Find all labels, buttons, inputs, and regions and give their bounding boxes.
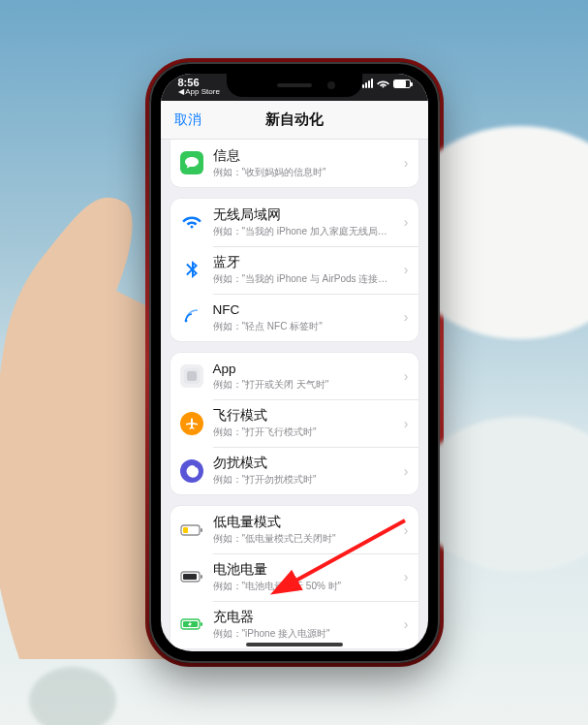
row-title: 充电器 bbox=[213, 610, 390, 626]
wifi-status-icon bbox=[377, 79, 389, 88]
dnd-icon bbox=[180, 459, 203, 483]
wifi-icon bbox=[180, 210, 203, 234]
row-message[interactable]: 信息 例如："收到妈妈的信息时" › bbox=[170, 140, 418, 187]
page-title: 新自动化 bbox=[265, 110, 324, 129]
trigger-group: 无线局域网 例如："当我的 iPhone 加入家庭无线局域网时" › 蓝牙 例如… bbox=[170, 199, 418, 341]
row-nfc[interactable]: NFC 例如："轻点 NFC 标签时" › bbox=[170, 294, 418, 341]
lowpower-icon bbox=[180, 519, 203, 542]
charger-icon bbox=[180, 613, 203, 636]
nav-header: 取消 新自动化 bbox=[161, 101, 428, 140]
row-subtitle: 例如："当我的 iPhone 加入家庭无线局域网时" bbox=[213, 225, 390, 237]
app-icon bbox=[180, 364, 203, 388]
row-title: 无线局域网 bbox=[213, 207, 390, 224]
row-dnd[interactable]: 勿扰模式 例如："打开勿扰模式时" › bbox=[170, 447, 418, 494]
row-subtitle: 例如："iPhone 接入电源时" bbox=[213, 627, 390, 640]
battery-icon bbox=[180, 565, 203, 588]
row-title: 勿扰模式 bbox=[213, 456, 390, 472]
phone-frame: 8:56 ◀ App Store 取消 新自动化 信息 bbox=[149, 62, 440, 663]
scroll-content[interactable]: 信息 例如："收到妈妈的信息时" › 无线局域网 例如："当我的 iPhone … bbox=[161, 140, 428, 651]
svg-rect-7 bbox=[201, 575, 202, 579]
row-subtitle: 例如："当我的 iPhone 与 AirPods 连接时" bbox=[213, 272, 390, 285]
row-airplane[interactable]: 飞行模式 例如："打开飞行模式时" › bbox=[170, 399, 418, 447]
phone-screen: 8:56 ◀ App Store 取消 新自动化 信息 bbox=[161, 74, 428, 651]
row-title: 蓝牙 bbox=[213, 255, 390, 271]
nfc-icon bbox=[180, 305, 203, 329]
row-subtitle: 例如："轻点 NFC 标签时" bbox=[213, 320, 390, 332]
battery-status-icon bbox=[393, 79, 411, 88]
trigger-group: 信息 例如："收到妈妈的信息时" › bbox=[170, 140, 418, 187]
row-lowpower[interactable]: 低电量模式 例如："低电量模式已关闭时" › bbox=[170, 506, 418, 553]
row-subtitle: 例如："电池电量低于 50% 时" bbox=[213, 580, 390, 592]
trigger-group: 低电量模式 例如："低电量模式已关闭时" › 电池电量 例如："电池电量低于 5… bbox=[170, 506, 418, 648]
chevron-right-icon: › bbox=[400, 214, 409, 230]
row-subtitle: 例如："打开或关闭 天气时" bbox=[213, 378, 390, 391]
svg-rect-10 bbox=[201, 622, 202, 626]
row-title: 信息 bbox=[213, 148, 390, 165]
cancel-button[interactable]: 取消 bbox=[174, 111, 201, 129]
row-title: 飞行模式 bbox=[213, 408, 390, 425]
chevron-right-icon: › bbox=[400, 616, 409, 632]
row-battery[interactable]: 电池电量 例如："电池电量低于 50% 时" › bbox=[170, 553, 418, 601]
svg-rect-2 bbox=[187, 371, 197, 381]
row-app[interactable]: App 例如："打开或关闭 天气时" › bbox=[170, 353, 418, 400]
row-subtitle: 例如："收到妈妈的信息时" bbox=[213, 166, 390, 178]
row-subtitle: 例如："打开勿扰模式时" bbox=[213, 473, 390, 486]
notch bbox=[227, 74, 362, 97]
row-subtitle: 例如："打开飞行模式时" bbox=[213, 426, 390, 438]
row-title: NFC bbox=[213, 302, 390, 319]
row-title: 电池电量 bbox=[213, 562, 390, 579]
signal-icon bbox=[362, 79, 373, 88]
message-icon bbox=[180, 151, 203, 174]
row-charger[interactable]: 充电器 例如："iPhone 接入电源时" › bbox=[170, 601, 418, 648]
row-wifi[interactable]: 无线局域网 例如："当我的 iPhone 加入家庭无线局域网时" › bbox=[170, 199, 418, 246]
chevron-right-icon: › bbox=[400, 569, 409, 584]
airplane-icon bbox=[180, 412, 203, 435]
svg-point-0 bbox=[184, 320, 187, 323]
home-indicator[interactable] bbox=[246, 643, 343, 646]
chevron-right-icon: › bbox=[400, 155, 409, 171]
svg-rect-4 bbox=[201, 528, 202, 532]
status-back-to-app[interactable]: ◀ App Store bbox=[178, 88, 220, 97]
row-bluetooth[interactable]: 蓝牙 例如："当我的 iPhone 与 AirPods 连接时" › bbox=[170, 246, 418, 294]
chevron-right-icon: › bbox=[400, 262, 409, 277]
row-title: App bbox=[213, 362, 390, 378]
chevron-right-icon: › bbox=[400, 463, 409, 479]
chevron-right-icon: › bbox=[400, 309, 409, 325]
bluetooth-icon bbox=[180, 258, 203, 281]
trigger-group: App 例如："打开或关闭 天气时" › 飞行模式 例如："打开飞行模式时" › bbox=[170, 353, 418, 495]
chevron-right-icon: › bbox=[400, 522, 409, 538]
chevron-right-icon: › bbox=[400, 368, 409, 384]
row-subtitle: 例如："低电量模式已关闭时" bbox=[213, 532, 390, 545]
svg-rect-8 bbox=[183, 574, 197, 580]
row-title: 低电量模式 bbox=[213, 515, 390, 531]
chevron-right-icon: › bbox=[400, 416, 409, 431]
svg-rect-5 bbox=[183, 527, 188, 533]
